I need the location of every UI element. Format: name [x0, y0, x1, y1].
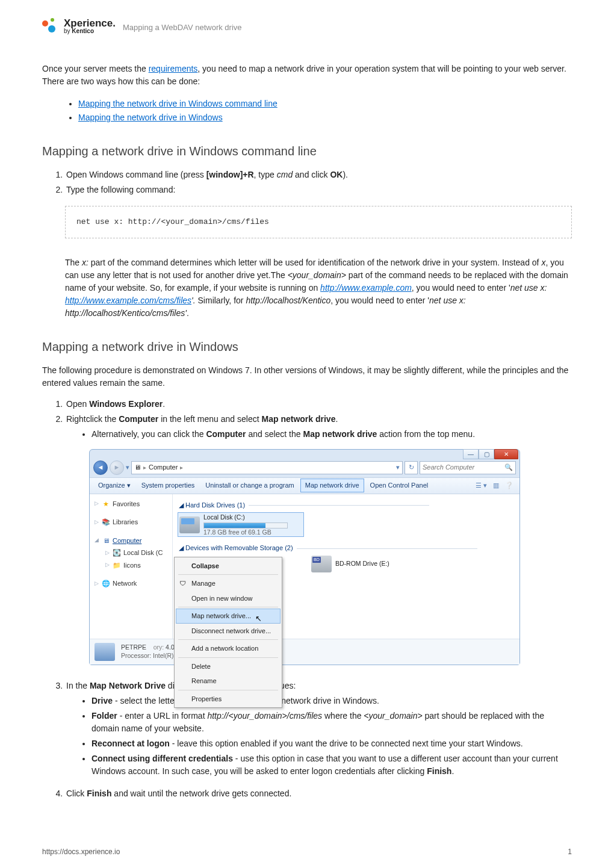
expl-g: Similarly, for	[198, 296, 246, 305]
intro-text-pre: Once your server meets the	[42, 64, 149, 73]
expl-i: .	[187, 308, 189, 318]
ctx-disconnect-drive[interactable]: Disconnect network drive...	[176, 624, 281, 639]
example-cmd-url-link[interactable]: http://www.example.com/cms/files	[65, 296, 191, 305]
status-mem-label: ory:	[154, 643, 164, 651]
view-options-icon[interactable]: ☰ ▾	[473, 479, 489, 492]
drive-bdrom[interactable]: BD-ROM Drive (E:)	[310, 554, 436, 574]
search-icon: 🔍	[504, 462, 513, 473]
search-input[interactable]: Search Computer 🔍	[420, 461, 516, 474]
steps-command-line: Open Windows command line (press [window…	[65, 169, 572, 196]
toolbar: Organize ▾ System properties Uninstall o…	[90, 477, 519, 494]
preview-pane-icon[interactable]: ▥	[491, 479, 501, 492]
group-hdd: ◢ Hard Disk Drives (1)	[179, 500, 515, 510]
status-computer-name: PETRPE	[121, 643, 146, 651]
toolbar-control-panel[interactable]: Open Control Panel	[365, 479, 433, 492]
toolbar-uninstall[interactable]: Uninstall or change a program	[200, 479, 299, 492]
win7-window: — ▢ ✕ ◄ ► ▾ 🖥 ▸ Computer ▸ ▾	[89, 449, 520, 665]
sidebar-item-libraries[interactable]: ▷📚Libraries	[95, 516, 170, 529]
s2alt-b: Computer	[206, 429, 246, 439]
step1-ok: OK	[330, 170, 343, 179]
field-drive: Drive - select the letter that will be a…	[91, 695, 572, 707]
step1-key: [window]+R	[206, 170, 254, 179]
libraries-icon: 📚	[102, 518, 110, 526]
field-folder-url: http://<your_domain>/cms/files	[207, 711, 322, 721]
field-reconnect-desc: - leave this option enabled if you want …	[170, 739, 523, 748]
folder-icon: 📁	[113, 561, 121, 569]
address-bar[interactable]: 🖥 ▸ Computer ▸ ▾	[131, 461, 403, 474]
context-menu: Collapse 🛡Manage Open in new window Map …	[174, 557, 282, 708]
field-reconnect: Reconnect at logon - leave this option e…	[91, 737, 572, 750]
ctx-add-network-location[interactable]: Add a network location	[176, 641, 281, 656]
nav-back-button[interactable]: ◄	[93, 460, 108, 475]
ctx-open-new-window[interactable]: Open in new window	[176, 591, 281, 606]
s2s4-a: Click	[66, 789, 87, 798]
close-button[interactable]: ✕	[494, 449, 518, 459]
s2s4-c: and wait until the network drive gets co…	[111, 789, 291, 798]
addr-dropdown-icon[interactable]: ▾	[396, 462, 400, 473]
step1-text-d: ).	[343, 170, 348, 179]
toolbar-organize[interactable]: Organize ▾	[93, 479, 135, 492]
sidebar-item-local-disk[interactable]: ▷💽Local Disk (C	[105, 547, 170, 559]
step-type-command: Type the following command:	[65, 184, 572, 196]
field-credentials: Connect using different credentials - us…	[91, 752, 572, 778]
sidebar-item-favorites[interactable]: ▷★Favorites	[95, 498, 170, 510]
computer-icon: 🖥	[134, 462, 141, 473]
addr-sep2-icon: ▸	[180, 463, 183, 472]
ctx-map-network-drive[interactable]: Map network drive... ↖	[176, 609, 281, 624]
network-label: Network	[113, 578, 137, 589]
drive-icon	[179, 516, 200, 533]
toc-list: Mapping the network drive in Windows com…	[78, 98, 572, 124]
toolbar-system-properties[interactable]: System properties	[137, 479, 200, 492]
requirements-link[interactable]: requirements	[149, 64, 198, 73]
computer-large-icon	[95, 643, 115, 661]
step3-fields-list: Drive - select the letter that will be a…	[91, 695, 572, 778]
brand-logo: Xperience. by Kentico	[42, 18, 116, 36]
toolbar-map-network-drive[interactable]: Map network drive	[300, 479, 364, 492]
s2s1-b: Windows Explorer	[89, 399, 163, 409]
expl-b: part of the command determines which let…	[88, 258, 541, 267]
refresh-button[interactable]: ↻	[405, 461, 418, 474]
field-folder-yd: <your_domain>	[364, 711, 422, 721]
intro-paragraph: Once your server meets the requirements,…	[42, 63, 572, 88]
section-title-windows: Mapping a network drive in Windows	[42, 338, 572, 356]
s2s4-b: Finish	[87, 789, 111, 798]
star-icon: ★	[102, 500, 110, 508]
toc-link-windows[interactable]: Mapping the network drive in Windows	[78, 113, 223, 122]
computer-label: Computer	[113, 536, 141, 546]
drive-local-disk-c[interactable]: Local Disk (C:) 17.8 GB free of 69.1 GB	[178, 512, 304, 537]
s2s2-b: Computer	[119, 414, 158, 424]
maximize-button[interactable]: ▢	[479, 449, 494, 459]
ctx-manage[interactable]: 🛡Manage	[176, 576, 281, 591]
sidebar-item-computer[interactable]: ◢🖥Computer	[95, 535, 170, 547]
address-bar-row: ◄ ► ▾ 🖥 ▸ Computer ▸ ▾ ↻ Search Computer…	[90, 458, 519, 477]
favorites-label: Favorites	[113, 499, 140, 509]
search-placeholder-text: Search Computer	[423, 462, 474, 473]
expl-url1: http://www.example.com	[320, 283, 412, 293]
minimize-button[interactable]: —	[463, 449, 479, 459]
sidebar-item-network[interactable]: ▷🌐Network	[95, 577, 170, 590]
nav-forward-button[interactable]: ►	[110, 460, 124, 475]
s2s3-a: In the	[66, 681, 90, 690]
ctx-manage-label: Manage	[191, 580, 216, 587]
field-reconnect-title: Reconnect at logon	[91, 739, 170, 748]
ctx-delete[interactable]: Delete	[176, 659, 281, 674]
help-icon[interactable]: ❔	[503, 479, 516, 492]
expl-netuse: net use x:	[510, 283, 547, 293]
disk-icon: 💽	[113, 548, 121, 557]
ctx-rename[interactable]: Rename	[176, 674, 281, 689]
sidebar-item-icons[interactable]: ▷📁Iicons	[105, 559, 170, 572]
field-folder-d2: where the	[322, 711, 364, 721]
brand-text: Xperience. by Kentico	[64, 18, 116, 34]
s2alt-e: action from the top menu.	[377, 429, 475, 439]
footer-url: https://docs.xperience.io	[42, 846, 120, 857]
ctx-collapse[interactable]: Collapse	[176, 559, 281, 574]
drive-usage-bar	[203, 522, 288, 529]
window-controls: — ▢ ✕	[463, 449, 518, 459]
nav-history-dropdown[interactable]: ▾	[126, 462, 129, 473]
removable-group-label: Devices with Removable Storage (2)	[185, 544, 293, 551]
page-header: Xperience. by Kentico Mapping a WebDAV n…	[42, 18, 572, 36]
ctx-properties[interactable]: Properties	[176, 692, 281, 707]
toc-link-command-line[interactable]: Mapping the network drive in Windows com…	[78, 99, 278, 108]
example-url-link[interactable]: http://www.example.com	[320, 283, 412, 293]
brand-tagline: by Kentico	[64, 28, 116, 34]
